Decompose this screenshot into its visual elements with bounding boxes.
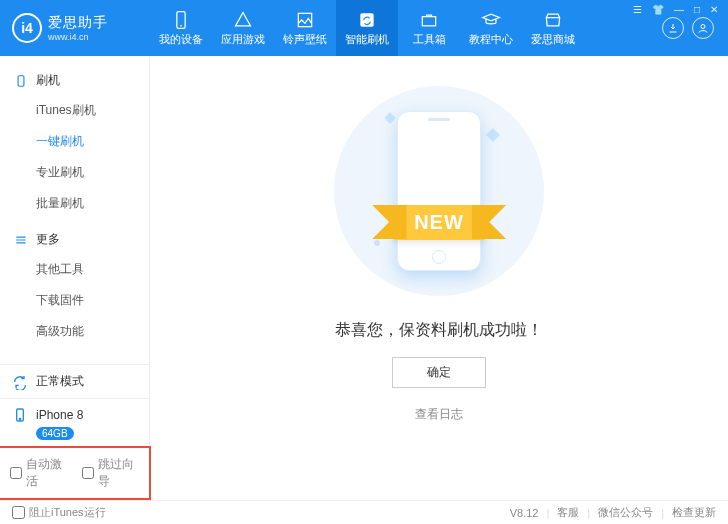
- logo-icon: i4: [12, 13, 42, 43]
- svg-rect-6: [18, 75, 24, 86]
- sidebar-item-download-firmware[interactable]: 下载固件: [0, 285, 149, 316]
- nav-flash[interactable]: 智能刷机: [336, 0, 398, 56]
- refresh-icon: [357, 10, 377, 30]
- list-icon: [14, 233, 28, 247]
- sidebar-item-other-tools[interactable]: 其他工具: [0, 254, 149, 285]
- sidebar: 刷机 iTunes刷机 一键刷机 专业刷机 批量刷机 更多 其他工具 下载固件 …: [0, 56, 150, 500]
- nav-ringtones[interactable]: 铃声壁纸: [274, 0, 336, 56]
- phone-graphic: [397, 111, 481, 271]
- device-icon: [14, 74, 28, 88]
- status-bar: 阻止iTunes运行 V8.12 | 客服 | 微信公众号 | 检查更新: [0, 500, 728, 524]
- new-ribbon: NEW: [394, 205, 484, 240]
- image-icon: [295, 10, 315, 30]
- sidebar-item-onekey-flash[interactable]: 一键刷机: [0, 126, 149, 157]
- view-log-link[interactable]: 查看日志: [415, 406, 463, 423]
- storage-badge: 64GB: [36, 427, 74, 440]
- sidebar-section-more[interactable]: 更多: [0, 225, 149, 254]
- success-message: 恭喜您，保资料刷机成功啦！: [335, 320, 543, 341]
- brand-url: www.i4.cn: [48, 32, 108, 42]
- device-info[interactable]: iPhone 8 64GB: [0, 398, 149, 448]
- svg-point-1: [180, 25, 182, 27]
- menu-icon[interactable]: ☰: [633, 4, 642, 15]
- success-illustration: NEW: [334, 86, 544, 296]
- flash-options: 自动激活 跳过向导: [0, 446, 151, 500]
- sidebar-item-itunes-flash[interactable]: iTunes刷机: [0, 95, 149, 126]
- nav-store[interactable]: 爱思商城: [522, 0, 584, 56]
- nav-my-device[interactable]: 我的设备: [150, 0, 212, 56]
- support-link[interactable]: 客服: [557, 505, 579, 520]
- minimize-button[interactable]: —: [674, 4, 684, 15]
- brand-name: 爱思助手: [48, 14, 108, 32]
- store-icon: [543, 10, 563, 30]
- window-controls: ☰ 👕 — □ ✕: [633, 4, 718, 15]
- sidebar-item-batch-flash[interactable]: 批量刷机: [0, 188, 149, 219]
- sidebar-item-advanced[interactable]: 高级功能: [0, 316, 149, 347]
- account-button[interactable]: [692, 17, 714, 39]
- app-logo: i4 爱思助手 www.i4.cn: [12, 13, 150, 43]
- wechat-link[interactable]: 微信公众号: [598, 505, 653, 520]
- sync-icon: [12, 374, 28, 390]
- block-itunes-checkbox[interactable]: 阻止iTunes运行: [12, 505, 106, 520]
- svg-point-5: [701, 25, 705, 29]
- graduation-icon: [481, 10, 501, 30]
- auto-activate-checkbox[interactable]: 自动激活: [10, 456, 68, 490]
- close-button[interactable]: ✕: [710, 4, 718, 15]
- version-label: V8.12: [510, 507, 539, 519]
- check-update-link[interactable]: 检查更新: [672, 505, 716, 520]
- svg-point-8: [19, 418, 20, 419]
- nav-toolbox[interactable]: 工具箱: [398, 0, 460, 56]
- device-name: iPhone 8: [36, 408, 83, 422]
- nav-tutorials[interactable]: 教程中心: [460, 0, 522, 56]
- main-content: NEW 恭喜您，保资料刷机成功啦！ 确定 查看日志: [150, 56, 728, 500]
- sidebar-section-flash[interactable]: 刷机: [0, 66, 149, 95]
- phone-icon: [171, 10, 191, 30]
- skin-icon[interactable]: 👕: [652, 4, 664, 15]
- svg-rect-4: [422, 16, 435, 25]
- maximize-button[interactable]: □: [694, 4, 700, 15]
- toolbox-icon: [419, 10, 439, 30]
- nav-apps[interactable]: 应用游戏: [212, 0, 274, 56]
- download-button[interactable]: [662, 17, 684, 39]
- device-mode[interactable]: 正常模式: [0, 364, 149, 398]
- sidebar-item-pro-flash[interactable]: 专业刷机: [0, 157, 149, 188]
- phone-small-icon: [12, 407, 28, 423]
- apps-icon: [233, 10, 253, 30]
- skip-guide-checkbox[interactable]: 跳过向导: [82, 456, 140, 490]
- top-nav: 我的设备 应用游戏 铃声壁纸 智能刷机 工具箱 教程中心 爱思商城: [150, 0, 662, 56]
- confirm-button[interactable]: 确定: [392, 357, 486, 388]
